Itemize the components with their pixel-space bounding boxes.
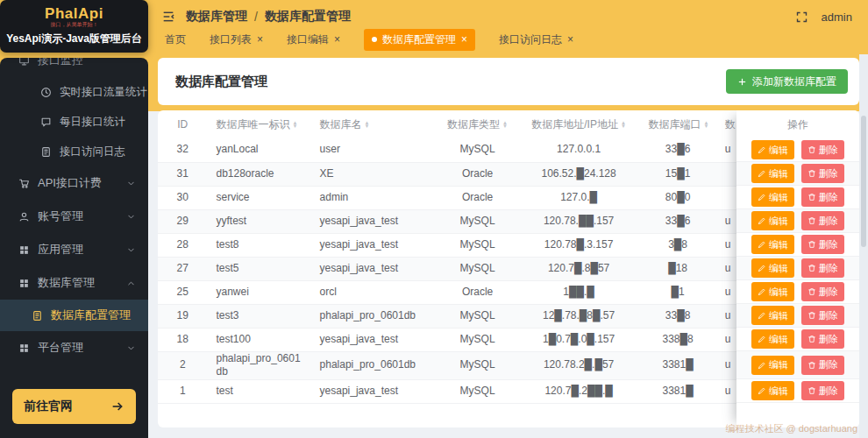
edit-button[interactable]: 编辑 — [751, 356, 794, 375]
delete-button[interactable]: 删除 — [801, 187, 844, 207]
cell-port: █18 — [639, 257, 715, 280]
action-row: 编辑删除 — [736, 351, 859, 379]
cell-key: test5 — [207, 257, 310, 280]
edit-button[interactable]: 编辑 — [751, 329, 794, 349]
column-header[interactable]: 数据库名▲▼ — [311, 110, 438, 138]
sidebar-item-应用管理[interactable]: 应用管理 — [0, 233, 148, 266]
cell-port: 3381█ — [639, 351, 715, 379]
edit-button[interactable]: 编辑 — [751, 235, 794, 254]
cell-port: 80█0 — [639, 186, 715, 209]
close-icon[interactable]: × — [257, 34, 263, 45]
cell-type: Oracle — [437, 162, 517, 186]
delete-button[interactable]: 删除 — [801, 164, 844, 183]
goto-website-button[interactable]: 前往官网 — [12, 389, 136, 424]
edit-button[interactable]: 编辑 — [751, 306, 794, 325]
sidebar-item-实时接口流量统计[interactable]: 实时接口流量统计 — [0, 77, 148, 107]
cell-key: phalapi_pro_0601db — [207, 351, 310, 379]
close-icon[interactable]: × — [461, 34, 467, 45]
cell-type: MySQL — [437, 379, 517, 403]
edit-icon — [758, 193, 766, 201]
menu-fold-icon[interactable] — [161, 10, 175, 24]
delete-icon — [808, 169, 816, 178]
edit-button[interactable]: 编辑 — [751, 164, 794, 183]
add-database-config-label: 添加新数据库配置 — [752, 74, 836, 89]
table-row: 29yyftestyesapi_java_testMySQL120.78.██.… — [158, 209, 824, 233]
cell-key: test — [207, 379, 310, 403]
delete-button[interactable]: 删除 — [801, 235, 844, 254]
edit-button[interactable]: 编辑 — [751, 187, 794, 207]
delete-button[interactable]: 删除 — [801, 329, 844, 349]
cell-addr: 106.52.█24.128 — [518, 162, 640, 186]
username[interactable]: admin — [822, 11, 852, 24]
cell-addr: 12█.78.█8█.57 — [518, 304, 640, 328]
delete-button[interactable]: 删除 — [801, 282, 844, 301]
delete-button[interactable]: 删除 — [801, 356, 844, 375]
delete-button[interactable]: 删除 — [801, 140, 844, 159]
monitor-icon — [18, 58, 30, 67]
table-row: 2phalapi_pro_0601dbphalapi_pro_0601dbMyS… — [158, 351, 824, 379]
edit-button[interactable]: 编辑 — [751, 381, 794, 400]
cell-addr: 1█0.7█.0█.157 — [518, 328, 640, 351]
tab-接口编辑[interactable]: 接口编辑 × — [287, 32, 340, 47]
sidebar-item-平台管理[interactable]: 平台管理 — [0, 331, 148, 364]
fullscreen-icon[interactable] — [795, 11, 808, 24]
sidebar-item-接口访问日志[interactable]: 接口访问日志 — [0, 137, 148, 166]
table-row: 25yanweiorclOracle1██.██1u — [158, 280, 824, 304]
grid-icon — [18, 278, 30, 289]
app-title: YesApi演示-Java版管理后台 — [6, 32, 142, 46]
sidebar-item-数据库管理[interactable]: 数据库管理 — [0, 266, 148, 300]
edit-icon — [758, 240, 766, 249]
close-icon[interactable]: × — [334, 34, 340, 45]
tab-接口列表[interactable]: 接口列表 × — [210, 32, 263, 47]
sidebar-item-接口监控[interactable]: 接口监控 — [0, 58, 148, 77]
edit-button[interactable]: 编辑 — [751, 258, 794, 278]
cell-name: yesapi_java_test — [311, 328, 438, 351]
tab-接口访问日志[interactable]: 接口访问日志 × — [499, 32, 573, 47]
sidebar-item-账号管理[interactable]: 账号管理 — [0, 200, 148, 233]
edit-button[interactable]: 编辑 — [751, 282, 794, 301]
page-title-card: 数据库配置管理 添加新数据库配置 — [158, 58, 859, 105]
cell-key: test3 — [207, 304, 310, 328]
cell-addr: 127.0.█ — [518, 186, 640, 209]
column-header[interactable]: 数据库端口▲▼ — [639, 110, 715, 138]
breadcrumb-parent[interactable]: 数据库管理 — [186, 9, 247, 25]
sort-icon[interactable]: ▲▼ — [502, 121, 508, 129]
delete-button[interactable]: 删除 — [801, 211, 844, 230]
cell-key: yyftest — [207, 209, 310, 233]
sidebar: 接口监控 实时接口流量统计 每日接口统计 接口访问日志 API接口计费 账号管理… — [0, 58, 148, 438]
delete-button[interactable]: 删除 — [801, 258, 844, 278]
sort-icon[interactable]: ▲▼ — [621, 121, 626, 129]
cell-type: MySQL — [437, 209, 517, 233]
column-header[interactable]: 数据库唯一标识▲▼ — [207, 110, 310, 138]
delete-icon — [808, 287, 816, 296]
delete-button[interactable]: 删除 — [801, 306, 844, 325]
sidebar-item-数据库配置管理[interactable]: 数据库配置管理 — [0, 300, 148, 331]
sort-icon[interactable]: ▲▼ — [292, 121, 297, 129]
edit-button[interactable]: 编辑 — [751, 211, 794, 230]
breadcrumb: 数据库管理 / 数据库配置管理 — [186, 9, 351, 25]
cell-port: 33█8 — [639, 304, 715, 328]
vertical-scrollbar[interactable] — [859, 54, 868, 438]
sidebar-item-API接口计费[interactable]: API接口计费 — [0, 166, 148, 200]
cell-port: 338█8 — [639, 328, 715, 351]
close-icon[interactable]: × — [567, 34, 573, 45]
tab-首页[interactable]: 首页 — [165, 32, 186, 47]
scrollbar-thumb[interactable] — [861, 116, 866, 247]
cell-port: 3█8 — [639, 233, 715, 257]
edit-button[interactable]: 编辑 — [751, 140, 794, 159]
column-header[interactable]: 数据库地址/IP地址▲▼ — [518, 110, 640, 138]
add-database-config-button[interactable]: 添加新数据库配置 — [726, 69, 848, 94]
column-header[interactable]: 数据库类型▲▼ — [437, 110, 517, 138]
doc-icon — [32, 310, 43, 321]
sort-icon[interactable]: ▲▼ — [703, 121, 708, 129]
tab-数据库配置管理[interactable]: 数据库配置管理 × — [364, 29, 475, 51]
sort-icon[interactable]: ▲▼ — [365, 121, 370, 129]
delete-button[interactable]: 删除 — [801, 381, 844, 400]
breadcrumb-current: 数据库配置管理 — [265, 9, 351, 25]
table-row: 1testyesapi_java_testMySQL120.7█.2██.█33… — [158, 379, 824, 403]
chevron-down-icon — [126, 343, 136, 353]
action-column: 操作 编辑删除编辑删除编辑删除编辑删除编辑删除编辑删除编辑删除编辑删除编辑删除编… — [736, 110, 859, 427]
cell-type: MySQL — [437, 328, 517, 351]
sidebar-item-每日接口统计[interactable]: 每日接口统计 — [0, 107, 148, 137]
cell-id: 2 — [158, 351, 207, 379]
